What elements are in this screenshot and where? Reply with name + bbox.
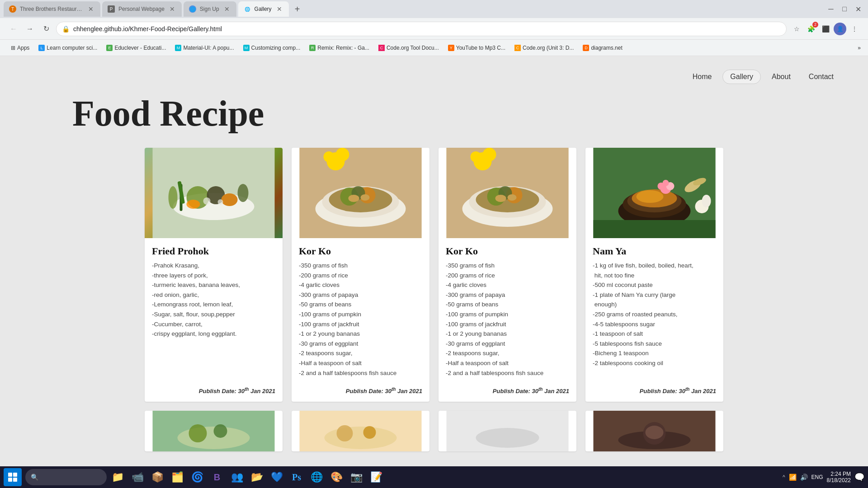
svg-point-7 — [203, 197, 211, 205]
bootstrap-icon: B — [214, 472, 220, 483]
address-bar[interactable]: 🔒 chhenglee.github.io/Khmer-Food-Recipe/… — [56, 22, 787, 36]
bookmark-custom-label: Customizing comp... — [251, 45, 301, 51]
nav-about[interactable]: About — [764, 70, 798, 84]
maximize-button[interactable]: □ — [838, 3, 851, 15]
taskbar-figma[interactable]: 🎨 — [327, 468, 345, 486]
taskbar-photoshop[interactable]: Ps — [288, 468, 306, 486]
tab-three-brothers[interactable]: T Three Brothers Restaurant ✕ — [4, 1, 100, 17]
food-illustration-1 — [145, 148, 283, 238]
nav-contact[interactable]: Contact — [802, 70, 841, 84]
show-hidden-icons[interactable]: ^ — [783, 474, 785, 480]
bookmark-codeorg-unit[interactable]: C Code.org (Unit 3: D... — [511, 43, 577, 53]
food-illustration-3 — [439, 148, 576, 238]
taskbar-search-bar[interactable]: 🔍 — [25, 469, 107, 485]
nav-home[interactable]: Home — [685, 70, 719, 84]
bookmark-educlever[interactable]: E Educlever - Educati... — [103, 43, 170, 53]
svg-rect-53 — [594, 220, 716, 238]
svg-point-8 — [218, 199, 223, 205]
tab-close-1[interactable]: ✕ — [87, 5, 95, 13]
more-bookmarks-icon[interactable]: » — [858, 45, 861, 51]
svg-point-24 — [361, 194, 370, 201]
svg-point-35 — [483, 148, 496, 161]
tab-close-4[interactable]: ✕ — [275, 5, 283, 13]
system-tray: ^ 📶 🔊 ENG 2:24 PM 8/18/2022 🗨️ — [783, 471, 864, 483]
network-icon[interactable]: 📶 — [789, 474, 797, 481]
taskbar-zoom[interactable]: 📷 — [347, 468, 365, 486]
system-time[interactable]: 2:24 PM 8/18/2022 — [827, 471, 851, 483]
profile-icon[interactable]: 👤 — [834, 23, 846, 35]
taskbar-amazon[interactable]: 📦 — [148, 468, 166, 486]
bookmark-favicon-diagrams: D — [583, 45, 589, 51]
food-illustration-8 — [585, 411, 723, 451]
taskbar-files[interactable]: 🗂️ — [168, 468, 186, 486]
more-options-icon[interactable]: ⋮ — [848, 23, 861, 35]
tab-personal-webpage[interactable]: P Personal Webpage ✕ — [102, 1, 182, 17]
taskbar-teams[interactable]: 👥 — [228, 468, 246, 486]
taskbar-vscode[interactable]: 💙 — [268, 468, 286, 486]
back-button[interactable]: ← — [7, 23, 20, 35]
card-title-kor-ko-2: Kor Ko — [446, 245, 569, 257]
nav-bar: ← → ↻ 🔒 chhenglee.github.io/Khmer-Food-R… — [0, 18, 868, 40]
taskbar-bootstrap[interactable]: B — [208, 468, 226, 486]
card-title-kor-ko-1: Kor Ko — [299, 245, 422, 257]
recipe-cards-grid: Fried Prohok -Prahok Krasang, -three lay… — [145, 148, 723, 402]
bookmark-codeorg1-label: Code.org Tool Docu... — [387, 45, 439, 51]
bookmark-remix[interactable]: R Remix: Remix: - Ga... — [306, 43, 373, 53]
bookmark-learn-cs[interactable]: L Learn computer sci... — [35, 43, 101, 53]
apps-grid-icon: ⊞ — [11, 45, 15, 51]
taskbar-dropbox[interactable]: 📂 — [248, 468, 266, 486]
teams-icon: 👥 — [231, 471, 243, 483]
bookmark-apps[interactable]: ⊞ Apps — [7, 43, 33, 53]
new-tab-button[interactable]: + — [291, 2, 304, 16]
extension-puzzle-icon[interactable]: ⬛ — [819, 23, 832, 35]
svg-point-60 — [337, 425, 353, 441]
language-indicator[interactable]: ENG — [811, 474, 823, 480]
minimize-button[interactable]: ─ — [825, 3, 837, 15]
volume-icon[interactable]: 🔊 — [800, 474, 808, 481]
card-image-kor-ko-2 — [439, 148, 576, 238]
taskbar-chrome[interactable]: 🌐 — [307, 468, 326, 486]
bookmark-star-icon[interactable]: ☆ — [790, 23, 803, 35]
bookmark-customizing[interactable]: M Customizing comp... — [240, 43, 304, 53]
nav-gallery[interactable]: Gallery — [722, 70, 761, 84]
extensions-icon[interactable]: 🧩 2 — [805, 23, 817, 35]
card-title-nam-ya: Nam Ya — [593, 245, 716, 257]
taskbar-notes[interactable]: 📝 — [367, 468, 385, 486]
recipe-card-fried-prohok: Fried Prohok -Prahok Krasang, -three lay… — [145, 148, 283, 402]
tab-close-2[interactable]: ✕ — [168, 5, 176, 13]
start-button[interactable] — [4, 468, 22, 486]
taskbar-search-icon: 🔍 — [31, 474, 38, 481]
bookmark-youtube-mp3[interactable]: Y YouTube to Mp3 C... — [444, 43, 509, 53]
taskbar-edge[interactable]: 🌀 — [188, 468, 206, 486]
lock-icon: 🔒 — [62, 25, 70, 33]
bookmark-mui-label: Material-UI: A popu... — [183, 45, 234, 51]
food-illustration-7 — [439, 411, 576, 451]
forward-button[interactable]: → — [24, 23, 36, 35]
taskbar-meet[interactable]: 📹 — [128, 468, 146, 486]
bookmark-diagrams[interactable]: D diagrams.net — [579, 43, 626, 53]
card-ingredients-nam-ya: -1 kg of live fish, boiled, boiled, hear… — [593, 261, 716, 378]
svg-point-44 — [637, 190, 664, 203]
card-body-kor-ko-1: Kor Ko -350 grams of fish -200 grams of … — [292, 238, 429, 402]
card-body-nam-ya: Nam Ya -1 kg of live fish, boiled, boile… — [585, 238, 723, 402]
close-button[interactable]: ✕ — [852, 3, 864, 15]
tab-favicon-4: 🌐 — [244, 5, 251, 13]
chrome-icon: 🌐 — [311, 471, 323, 483]
bookmark-edu-label: Educlever - Educati... — [114, 45, 166, 51]
tab-favicon-3: 🌐 — [189, 5, 196, 13]
recipe-card-row2-1 — [145, 411, 283, 451]
taskbar-file-explorer[interactable]: 📁 — [108, 468, 127, 486]
tab-close-3[interactable]: ✕ — [223, 5, 231, 13]
bookmark-codeorg-tool[interactable]: C Code.org Tool Docu... — [375, 43, 443, 53]
notifications-icon[interactable]: 🗨️ — [854, 472, 864, 482]
tab-favicon-1: T — [9, 5, 16, 13]
tab-sign-up[interactable]: 🌐 Sign Up ✕ — [184, 1, 236, 17]
tab-gallery[interactable]: 🌐 Gallery ✕ — [238, 1, 289, 17]
refresh-button[interactable]: ↻ — [40, 23, 52, 35]
recipe-card-kor-ko-2: Kor Ko -350 grams of fish -200 grams of … — [439, 148, 576, 402]
bookmark-material-ui[interactable]: M Material-UI: A popu... — [171, 43, 237, 53]
taskbar: 🔍 📁 📹 📦 🗂️ 🌀 B 👥 📂 💙 Ps 🌐 🎨 📷 📝 — [0, 466, 868, 488]
edge-icon: 🌀 — [191, 471, 203, 483]
card-body-kor-ko-2: Kor Ko -350 grams of fish -200 grams of … — [439, 238, 576, 402]
svg-point-9 — [187, 200, 200, 209]
